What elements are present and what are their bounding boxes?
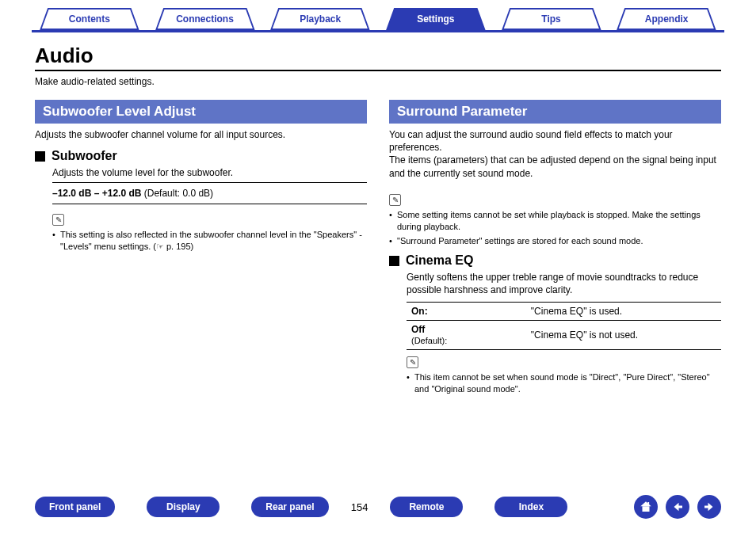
tab-settings[interactable]: Settings [380, 8, 492, 30]
home-icon [639, 500, 653, 514]
note-item: "Surround Parameter" settings are stored… [389, 235, 721, 247]
subheading-cinema-eq: Cinema EQ [389, 253, 721, 268]
rear-panel-button[interactable]: Rear panel [251, 497, 328, 517]
display-button[interactable]: Display [147, 497, 220, 517]
tab-contents[interactable]: Contents [33, 8, 146, 30]
section-desc: You can adjust the surround audio sound … [389, 128, 721, 180]
option-label: On: [407, 302, 526, 320]
tab-label: Contents [69, 13, 110, 25]
options-table: On: "Cinema EQ" is used. Off (Default): … [407, 302, 721, 350]
note-icon: ✎ [407, 356, 418, 368]
page-number: 154 [351, 501, 368, 513]
tab-label: Connections [176, 13, 234, 25]
tab-appendix[interactable]: Appendix [610, 8, 723, 30]
note-icon: ✎ [52, 214, 64, 226]
tab-connections[interactable]: Connections [149, 8, 262, 30]
right-column: Surround Parameter You can adjust the su… [389, 100, 721, 398]
notes-list: This setting is also reflected in the su… [52, 229, 367, 253]
title-rule [35, 70, 721, 71]
note-item: This item cannot be set when sound mode … [407, 371, 721, 395]
square-bullet-icon [389, 256, 399, 266]
top-tabs: Contents Connections Playback Settings T… [0, 0, 756, 30]
next-button[interactable] [697, 495, 721, 519]
tab-tips[interactable]: Tips [495, 8, 608, 30]
subheading-label: Subwoofer [52, 149, 117, 163]
home-button[interactable] [634, 495, 658, 519]
section-bar-surround-parameter: Surround Parameter [389, 100, 721, 124]
subheading-label: Cinema EQ [406, 253, 473, 268]
sub-desc: Gently softens the upper treble range of… [407, 271, 721, 296]
section-bar-subwoofer-level: Subwoofer Level Adjust [35, 100, 367, 124]
tab-label: Settings [417, 13, 454, 25]
option-value: "Cinema EQ" is used. [526, 302, 721, 320]
page-title: Audio [35, 44, 721, 68]
option-label: Off (Default): [407, 320, 526, 349]
bottom-bar: Front panel Display Rear panel 154 Remot… [0, 495, 756, 519]
tab-label: Appendix [645, 13, 689, 25]
left-column: Subwoofer Level Adjust Adjusts the subwo… [35, 100, 367, 398]
remote-button[interactable]: Remote [390, 497, 463, 517]
tab-playback[interactable]: Playback [264, 8, 376, 30]
section-desc: Adjusts the subwoofer channel volume for… [35, 128, 367, 141]
note-item: Some setting items cannot be set while p… [389, 209, 721, 233]
prev-button[interactable] [666, 495, 689, 519]
subheading-subwoofer: Subwoofer [35, 149, 367, 163]
page-body: Audio Make audio-related settings. Subwo… [0, 32, 756, 398]
sub-desc: Adjusts the volume level for the subwoof… [52, 166, 367, 179]
front-panel-button[interactable]: Front panel [35, 497, 115, 517]
range-bold: –12.0 dB – +12.0 dB [52, 188, 141, 199]
table-row: On: "Cinema EQ" is used. [407, 302, 721, 320]
range-row: –12.0 dB – +12.0 dB (Default: 0.0 dB) [52, 186, 367, 200]
square-bullet-icon [35, 151, 45, 162]
table-row: Off (Default): "Cinema EQ" is not used. [407, 320, 721, 349]
arrow-left-icon [670, 500, 685, 514]
divider [52, 182, 367, 183]
note-item: This setting is also reflected in the su… [52, 229, 367, 253]
option-value: "Cinema EQ" is not used. [526, 320, 721, 349]
nav-icons [634, 495, 721, 519]
notes-list: This item cannot be set when sound mode … [407, 371, 721, 395]
note-icon: ✎ [389, 194, 401, 206]
svg-rect-2 [645, 508, 647, 512]
notes-list: Some setting items cannot be set while p… [389, 209, 721, 248]
tab-label: Tips [541, 13, 560, 25]
tab-label: Playback [300, 13, 341, 25]
divider [52, 204, 367, 204]
arrow-right-icon [702, 500, 716, 514]
svg-rect-1 [647, 502, 649, 504]
index-button[interactable]: Index [494, 497, 567, 517]
page-intro: Make audio-related settings. [35, 76, 721, 87]
range-default: (Default: 0.0 dB) [141, 188, 213, 199]
